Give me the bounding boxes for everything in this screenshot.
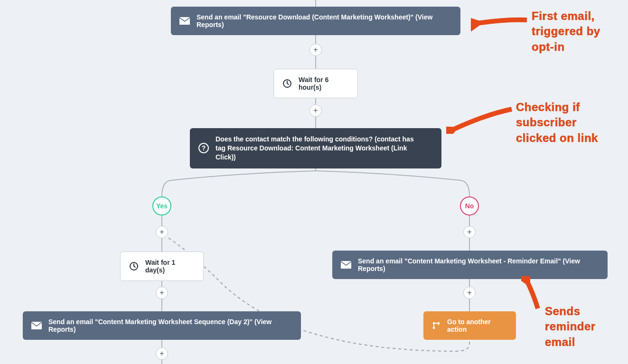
node-label: Wait for 1 day(s) xyxy=(145,259,195,274)
branch-yes[interactable]: Yes xyxy=(152,196,171,215)
email-icon xyxy=(179,17,190,25)
email-action-day2[interactable]: Send an email "Content Marketing Workshe… xyxy=(23,311,301,340)
arrow-icon xyxy=(471,13,528,32)
wait-action-6h[interactable]: Wait for 6 hour(s) xyxy=(273,69,358,98)
node-label: Go to another action xyxy=(447,318,507,333)
node-label: Does the contact match the following con… xyxy=(216,135,424,162)
annotation-first-email: First email, triggered by opt-in xyxy=(532,9,612,55)
svg-text:?: ? xyxy=(202,144,206,152)
arrow-icon xyxy=(446,105,513,134)
add-step-button[interactable]: + xyxy=(156,226,168,238)
email-action-reminder[interactable]: Send an email "Content Marketing Workshe… xyxy=(332,251,608,279)
node-label: Send an email "Content Marketing Workshe… xyxy=(358,257,599,272)
add-step-button[interactable]: + xyxy=(309,104,322,117)
svg-point-21 xyxy=(433,327,435,329)
node-label: Send an email "Resource Download (Conten… xyxy=(197,13,452,28)
add-step-button[interactable]: + xyxy=(156,287,168,299)
annotation-checking-click: Checking if subscriber clicked on link xyxy=(516,100,611,146)
svg-point-20 xyxy=(433,322,435,325)
email-action-resource-download[interactable]: Send an email "Resource Download (Conten… xyxy=(171,7,460,35)
clock-icon xyxy=(129,261,139,271)
condition-has-tag[interactable]: ? Does the contact match the following c… xyxy=(190,128,441,168)
arrow-icon xyxy=(521,276,545,309)
branch-icon xyxy=(432,321,441,330)
wait-action-1d[interactable]: Wait for 1 day(s) xyxy=(120,252,204,281)
add-step-button[interactable]: + xyxy=(156,347,168,360)
add-step-button[interactable]: + xyxy=(463,226,476,238)
clock-icon xyxy=(282,79,292,88)
node-label: Send an email "Content Marketing Workshe… xyxy=(48,318,292,333)
branch-no[interactable]: No xyxy=(460,196,479,215)
email-icon xyxy=(341,261,351,269)
annotation-reminder: Sends reminder email xyxy=(545,304,616,350)
node-label: Wait for 6 hour(s) xyxy=(299,76,349,91)
add-step-button[interactable]: + xyxy=(463,287,476,299)
goto-action[interactable]: Go to another action xyxy=(423,311,516,340)
email-icon xyxy=(31,322,42,329)
question-icon: ? xyxy=(198,143,209,153)
add-step-button[interactable]: + xyxy=(309,44,322,56)
